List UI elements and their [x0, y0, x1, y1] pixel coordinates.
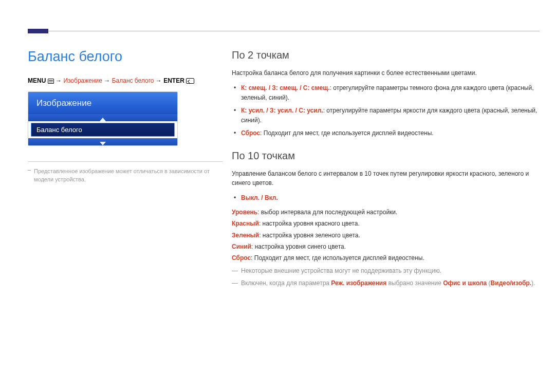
breadcrumb-menu-label: MENU — [28, 77, 46, 84]
header-rule — [48, 31, 540, 31]
footnote-2-part: выбрано значение — [386, 279, 443, 287]
chevron-down-icon — [100, 142, 106, 145]
page: Баланс белого MENU → Изображение → Балан… — [0, 0, 555, 392]
breadcrumb-step-2: Баланс белого — [112, 77, 154, 84]
list-item: К: смещ. / З: смещ. / С: смещ.: отрегули… — [241, 83, 540, 103]
page-title: Баланс белого — [28, 49, 223, 65]
left-divider — [28, 161, 223, 162]
footnote-2-key: Видео/изобр. — [491, 279, 531, 287]
section-1-intro: Настройка баланса белого для получения к… — [232, 68, 540, 78]
footnote-2-part: ( — [487, 279, 490, 287]
osd-down-row — [28, 138, 177, 145]
left-footnote: Представленное изображение может отличат… — [28, 167, 223, 184]
breadcrumb-arrow: → — [104, 77, 110, 84]
kv-text: : выбор интервала для последующей настро… — [257, 209, 397, 216]
kv-text: : настройка уровня синего цвета. — [251, 243, 346, 250]
section-1-list: К: смещ. / З: смещ. / С: смещ.: отрегули… — [232, 83, 540, 139]
breadcrumb-arrow: → — [156, 77, 162, 84]
breadcrumb: MENU → Изображение → Баланс белого → ENT… — [28, 77, 223, 84]
kv-key: Синий — [232, 243, 251, 250]
footnote-2-key: Реж. изображения — [331, 279, 386, 287]
kv-key: Зеленый — [232, 232, 259, 239]
kv-blue: Синий: настройка уровня синего цвета. — [232, 241, 540, 252]
kv-key: Уровень — [232, 209, 257, 216]
menu-icon — [48, 79, 54, 84]
list-item: Выкл. / Вкл. — [241, 193, 540, 203]
chevron-up-icon — [100, 118, 106, 121]
kv-level: Уровень: выбор интервала для последующей… — [232, 207, 540, 217]
breadcrumb-enter-label: ENTER — [163, 77, 184, 84]
list-item-key: К: усил. / З: усил. / С: усил. — [241, 107, 323, 114]
osd-selected-item: Баланс белого — [31, 123, 175, 137]
header-accent-bar — [28, 29, 48, 33]
footnote-2-part: Включен, когда для параметра — [241, 279, 331, 287]
osd-panel-title: Изображение — [28, 92, 177, 114]
kv-text: : настройка уровня зеленого цвета. — [259, 232, 360, 239]
osd-up-row — [28, 114, 177, 121]
osd-screenshot: Изображение Баланс белого — [28, 91, 178, 146]
kv-text: : Подходит для мест, где используется ди… — [251, 254, 424, 262]
kv-reset: Сброс: Подходит для мест, где использует… — [232, 253, 540, 263]
footnote-1: Некоторые внешние устройства могут не по… — [232, 266, 540, 276]
list-item-key: К: смещ. / З: смещ. / С: смещ. — [241, 84, 330, 91]
section-2-intro: Управление балансом белого с интервалом … — [232, 169, 540, 188]
list-item: К: усил. / З: усил. / С: усил.: отрегули… — [241, 106, 540, 125]
right-column: По 2 точкам Настройка баланса белого для… — [223, 49, 540, 289]
footnote-2-key: Офис и школа — [443, 279, 487, 287]
kv-key: Сброс — [232, 254, 251, 262]
content-columns: Баланс белого MENU → Изображение → Балан… — [28, 49, 540, 289]
kv-key: Красный — [232, 220, 259, 227]
section-2-title: По 10 точкам — [232, 150, 540, 162]
section-1-title: По 2 точкам — [232, 49, 540, 61]
list-item: Сброс: Подходит для мест, где использует… — [241, 128, 540, 138]
list-item-text: : Подходит для мест, где используется ди… — [260, 129, 434, 137]
enter-icon — [186, 78, 194, 84]
left-column: Баланс белого MENU → Изображение → Балан… — [28, 49, 223, 289]
list-item-key: Сброс — [241, 129, 260, 137]
toggle-options: Выкл. / Вкл. — [241, 194, 278, 201]
breadcrumb-arrow: → — [55, 77, 62, 84]
footnote-2-part: ). — [531, 279, 535, 287]
kv-text: : настройка уровня красного цвета. — [259, 220, 360, 227]
section-2-toggle-list: Выкл. / Вкл. — [232, 193, 540, 203]
kv-green: Зеленый: настройка уровня зеленого цвета… — [232, 230, 540, 240]
kv-red: Красный: настройка уровня красного цвета… — [232, 218, 540, 229]
breadcrumb-step-1: Изображение — [63, 77, 102, 84]
footnote-2: Включен, когда для параметра Реж. изобра… — [232, 278, 540, 288]
